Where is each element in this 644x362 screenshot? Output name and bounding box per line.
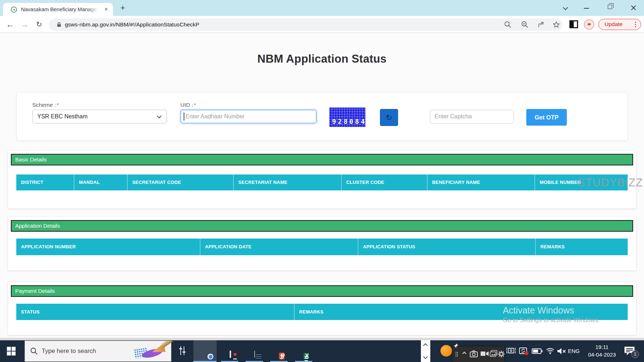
settings-gear-icon[interactable]	[498, 350, 505, 359]
taskbar-chrome-button[interactable]	[193, 340, 217, 362]
tab-close-icon[interactable]: ×	[102, 5, 110, 13]
notification-center-button[interactable]: 1	[624, 346, 636, 357]
column-header-cluster-code: CLUSTER CODE	[342, 174, 427, 190]
browser-tab[interactable]: Navasakam Beneficiary Managem ×	[3, 3, 113, 16]
application-details-table-header: APPLICATION NUMBER APPLICATION DATE APPL…	[16, 239, 628, 255]
studybizz-watermark: STUDYBIZZ	[577, 176, 643, 189]
zoom-out-icon[interactable]	[521, 21, 529, 29]
window-minimize-button[interactable]	[584, 8, 589, 9]
reload-button[interactable]: ↻	[33, 18, 45, 30]
taskbar-notepad-button[interactable]	[243, 340, 266, 362]
aadhaar-input[interactable]	[180, 110, 317, 123]
scroll-down-icon[interactable]	[423, 354, 428, 359]
battery-icon[interactable]	[532, 348, 543, 355]
column-header-application-status: APPLICATION STATUS	[358, 239, 536, 255]
window-bottom-edge	[0, 338, 644, 340]
powerpoint-icon: P	[279, 353, 285, 359]
tab-title-fade	[87, 4, 101, 15]
notification-count-badge: 1	[631, 350, 639, 358]
select-chevron-icon	[157, 114, 162, 118]
profile-avatar[interactable]	[584, 19, 594, 30]
clock-date: 04-04-2023	[584, 351, 620, 358]
taskbar-excel-button[interactable]: X	[292, 340, 315, 362]
scroll-up-icon[interactable]	[423, 343, 428, 348]
application-details-header: Application Details	[11, 220, 633, 232]
lock-icon	[56, 22, 62, 29]
column-header-beneficiary-name: BENEFICIARY NAME	[427, 174, 535, 190]
hidden-icons-chevron-icon[interactable]	[462, 352, 466, 355]
activate-windows-subtext: Go to Settings to activate Windows.	[503, 317, 600, 324]
column-header-secretariat-name: SECRETARIAT NAME	[234, 174, 342, 190]
column-header-district: DISTRICT	[16, 174, 74, 190]
column-header-mandal: MANDAL	[74, 174, 127, 190]
update-label: Update	[605, 19, 623, 30]
uid-label: UID :*	[180, 102, 196, 108]
search-icon[interactable]	[504, 21, 512, 29]
drag-handle-icon[interactable]	[455, 352, 458, 357]
captcha-input[interactable]	[430, 110, 514, 123]
update-button[interactable]: Update	[598, 19, 641, 30]
window-restore-button[interactable]	[608, 5, 612, 9]
tab-favicon-icon	[11, 7, 17, 13]
back-button[interactable]: ←	[4, 18, 16, 30]
record-video-icon[interactable]	[480, 350, 489, 359]
address-bar[interactable]: gsws-nbm.ap.gov.in/NBM/#!/ApplicationSta…	[49, 18, 563, 31]
column-header-application-date: APPLICATION DATE	[200, 239, 358, 255]
excel-icon: X	[304, 353, 309, 359]
side-panel-icon[interactable]	[569, 20, 578, 28]
volume-muted-icon[interactable]	[556, 347, 566, 357]
task-view-icon	[179, 346, 186, 355]
menu-kebab-icon[interactable]	[635, 22, 636, 28]
screenshot-camera-icon[interactable]	[469, 350, 478, 359]
start-button[interactable]	[0, 340, 22, 362]
recording-red-dot	[524, 351, 528, 355]
scheme-select[interactable]: YSR EBC Nestham	[32, 110, 167, 123]
taskbar-recorder-button[interactable]	[218, 340, 241, 362]
web-page: NBM Application Status Scheme :* YSR EBC…	[0, 33, 644, 338]
new-tab-button[interactable]: +	[118, 3, 127, 13]
taskbar-search-input[interactable]	[42, 341, 139, 361]
column-header-secretariat-code: SECRETARIAT CODE	[127, 174, 234, 190]
task-view-button[interactable]	[173, 340, 192, 362]
activate-windows-watermark: Activate Windows	[503, 305, 574, 316]
tab-search-chevron-icon[interactable]	[563, 5, 568, 10]
column-header-remarks: REMARKS	[536, 239, 628, 255]
taskbar-powerpoint-button[interactable]: P	[267, 340, 290, 362]
page-title: NBM Application Status	[0, 52, 644, 66]
share-icon[interactable]	[537, 21, 545, 29]
payment-details-header: Payment Details	[11, 285, 633, 297]
scheme-label: Scheme :*	[32, 102, 59, 108]
language-indicator[interactable]: ENG	[568, 348, 580, 354]
captcha-refresh-button[interactable]: ↻	[380, 109, 398, 126]
search-highlight-brush-graphic	[134, 341, 173, 362]
column-header-application-number: APPLICATION NUMBER	[16, 239, 200, 255]
captcha-code: 928084	[332, 118, 367, 125]
application-details-section: Application Details APPLICATION NUMBER A…	[8, 217, 636, 270]
pin-icon	[453, 343, 459, 350]
wifi-icon[interactable]	[545, 347, 555, 356]
clock-time: 19:11	[584, 343, 620, 351]
status-check-form: Scheme :* YSR EBC Nestham UID :* 928084 …	[16, 92, 628, 141]
browser-toolbar: ← → ↻ gsws-nbm.ap.gov.in/NBM/#!/Applicat…	[0, 16, 644, 33]
weather-widget[interactable]	[440, 345, 452, 357]
url-text: gsws-nbm.ap.gov.in/NBM/#!/ApplicationSta…	[65, 18, 199, 31]
notepad-icon	[254, 351, 255, 358]
scrollbar-strip[interactable]	[421, 340, 430, 362]
window-close-button[interactable]	[631, 5, 636, 10]
captcha-image: 928084	[329, 108, 365, 127]
basic-details-table-header: DISTRICT MANDAL SECRETARIAT CODE SECRETA…	[16, 174, 628, 190]
get-otp-button[interactable]: Get OTP	[526, 109, 567, 126]
taskbar-clock[interactable]: 19:11 04-04-2023	[584, 343, 620, 358]
taskbar-search-icon	[30, 347, 38, 357]
text-caret	[184, 113, 184, 121]
tray-camera-device-icon[interactable]	[506, 347, 516, 356]
forward-button[interactable]: →	[19, 18, 30, 30]
taskbar-search-box[interactable]	[25, 341, 171, 362]
scheme-selected-value: YSR EBC Nestham	[37, 113, 88, 119]
capture-toolbar-popup	[453, 346, 504, 362]
tray-screenshare-icon[interactable]	[519, 347, 528, 357]
gallery-icon[interactable]	[490, 350, 498, 359]
bookmark-star-icon[interactable]	[552, 21, 560, 29]
basic-details-section: Basic Details DISTRICT MANDAL SECRETARIA…	[8, 151, 636, 209]
taskbar: P X 28°C	[0, 340, 644, 362]
